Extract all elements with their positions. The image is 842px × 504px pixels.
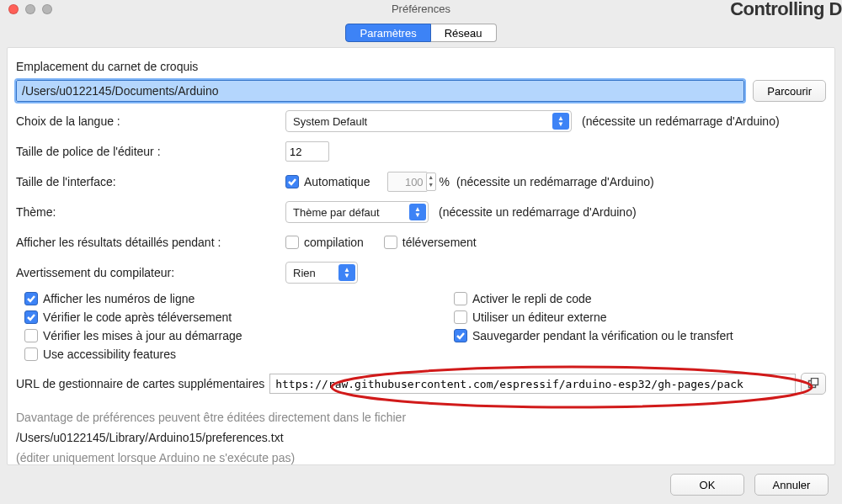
save-checkbox[interactable]: [454, 329, 467, 342]
verify-label: Vérifier le code après téléversement: [43, 310, 232, 324]
save-label: Sauvegarder pendant la vérification ou l…: [472, 329, 733, 342]
theme-value: Thème par défaut: [293, 206, 380, 219]
iscale-label: Taille de l'interface:: [16, 175, 285, 188]
footnote-1: Davantage de préférences peuvent être éd…: [16, 408, 826, 428]
iscale-stepper[interactable]: ▲▼: [426, 172, 436, 191]
boards-url-label: URL de gestionnaire de cartes supplément…: [16, 377, 264, 390]
tab-bar: Paramètres Réseau: [0, 24, 842, 45]
cancel-button[interactable]: Annuler: [754, 474, 829, 496]
verify-checkbox[interactable]: [24, 310, 38, 324]
footer: OK Annuler: [0, 465, 842, 504]
sketchbook-label: Emplacement du carnet de croquis: [16, 60, 826, 73]
tab-parameters[interactable]: Paramètres: [345, 24, 430, 42]
background-text: Controlling D: [730, 0, 842, 19]
window-controls: [8, 4, 52, 14]
prefs-file-path[interactable]: /Users/u0122145/Library/Arduino15/prefer…: [16, 428, 826, 448]
chevron-down-icon: ▲▼: [552, 113, 569, 130]
verbose-upload-checkbox[interactable]: [384, 236, 397, 249]
linenos-label: Afficher les numéros de ligne: [43, 292, 195, 305]
ok-button[interactable]: OK: [670, 474, 744, 496]
sketchbook-path-input[interactable]: [16, 80, 744, 102]
theme-hint: (nécessite un redémarrage d'Arduino): [439, 205, 637, 219]
zoom-icon: [42, 4, 52, 14]
chevron-down-icon: ▲▼: [409, 204, 426, 220]
language-value: System Default: [293, 115, 367, 128]
verbose-label: Afficher les résultats détaillés pendant…: [16, 236, 285, 249]
fold-label: Activer le repli de code: [472, 292, 592, 305]
boards-url-input[interactable]: [269, 374, 796, 394]
titlebar: Préférences Controlling D: [0, 0, 842, 19]
a11y-checkbox[interactable]: [24, 347, 38, 361]
iscale-input[interactable]: [387, 172, 428, 192]
iscale-hint: (nécessite un redémarrage d'Arduino): [456, 175, 654, 188]
svg-rect-1: [812, 379, 818, 385]
window-title: Préférences: [392, 3, 450, 15]
fold-checkbox[interactable]: [454, 292, 467, 305]
preferences-window: Préférences Controlling D Paramètres Rés…: [0, 0, 842, 504]
iscale-auto-checkbox[interactable]: [285, 175, 299, 188]
a11y-label: Use accessibility features: [43, 347, 176, 361]
verbose-upload-label: téléversement: [402, 236, 477, 249]
warn-select[interactable]: Rien ▲▼: [285, 262, 358, 284]
updates-label: Vérifier les mises à jour au démarrage: [43, 329, 242, 342]
linenos-checkbox[interactable]: [24, 292, 38, 305]
close-icon[interactable]: [8, 4, 19, 14]
expand-urls-button[interactable]: [801, 373, 826, 395]
percent-label: %: [440, 175, 450, 188]
tab-network[interactable]: Réseau: [431, 24, 497, 42]
options-grid: Afficher les numéros de ligne Activer le…: [24, 292, 826, 361]
chevron-down-icon: ▲▼: [338, 264, 355, 281]
fontsize-label: Taille de police de l'éditeur :: [16, 145, 285, 158]
boards-url-row: URL de gestionnaire de cartes supplément…: [16, 373, 826, 395]
language-label: Choix de la langue :: [16, 114, 285, 128]
language-hint: (nécessite un redémarrage d'Arduino): [582, 114, 780, 128]
verbose-compile-checkbox[interactable]: [285, 236, 299, 249]
minimize-icon: [25, 4, 35, 14]
fontsize-input[interactable]: [285, 141, 329, 162]
updates-checkbox[interactable]: [24, 329, 38, 342]
footnotes: Davantage de préférences peuvent être éd…: [16, 408, 826, 468]
browse-button[interactable]: Parcourir: [753, 80, 826, 102]
ext-editor-label: Utiliser un éditeur externe: [472, 310, 607, 324]
verbose-compile-label: compilation: [304, 236, 364, 249]
warn-value: Rien: [293, 267, 316, 279]
language-select[interactable]: System Default ▲▼: [285, 110, 572, 132]
ext-editor-checkbox[interactable]: [454, 310, 467, 324]
warn-label: Avertissement du compilateur:: [16, 266, 285, 279]
content-panel: Emplacement du carnet de croquis Parcour…: [7, 47, 835, 465]
window-icon: [807, 378, 819, 390]
iscale-auto-label: Automatique: [304, 175, 370, 188]
theme-label: Thème:: [16, 205, 285, 219]
theme-select[interactable]: Thème par défaut ▲▼: [285, 201, 429, 223]
